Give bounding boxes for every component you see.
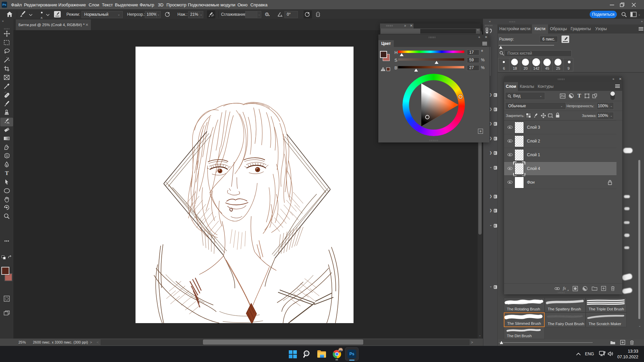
svg-text:T: T <box>5 170 9 176</box>
